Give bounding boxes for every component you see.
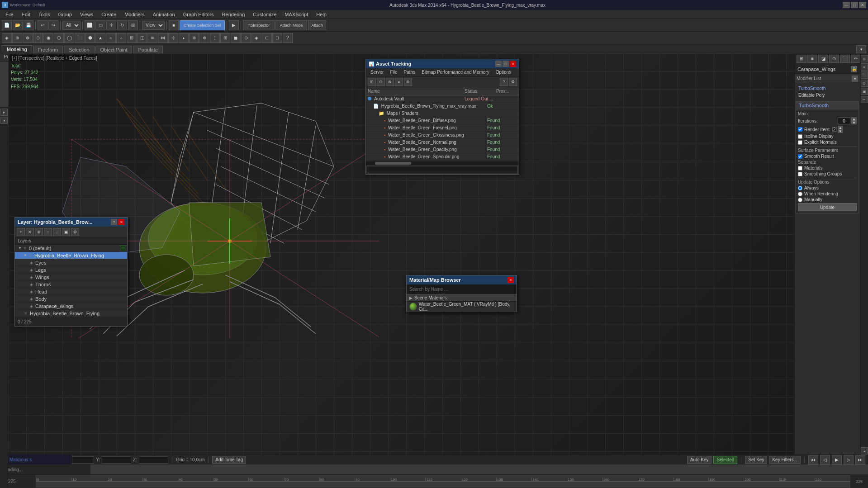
asset-row-vault[interactable]: Autodesk Vault Logged Out ... xyxy=(366,95,519,103)
tb2-btn-12[interactable]: ⬦ xyxy=(116,33,126,43)
tb2-btn-10[interactable]: ▲ xyxy=(95,33,105,43)
tb2-btn-17[interactable]: ⊹ xyxy=(168,33,178,43)
attach-button[interactable]: Attach xyxy=(308,20,326,30)
layer-row-legs[interactable]: ◈ Legs xyxy=(15,266,127,274)
menu-animation[interactable]: Animation xyxy=(149,11,179,18)
layer-tb-props[interactable]: ⚙ xyxy=(71,228,79,236)
selected-button[interactable]: Selected xyxy=(713,456,737,464)
ls-btn-2[interactable]: ◂ xyxy=(0,117,8,124)
asset-tb-help[interactable]: ? xyxy=(500,78,508,86)
tb2-btn-26[interactable]: ⊏ xyxy=(262,33,272,43)
layer-row-hygrobia-2[interactable]: ≡ Hygrobia_Beetle_Brown_Flying xyxy=(15,310,127,317)
layer-row-wings[interactable]: ◈ Wings xyxy=(15,274,127,281)
tb2-btn-20[interactable]: ⊕ xyxy=(199,33,209,43)
asset-tb-settings[interactable]: ⚙ xyxy=(509,78,517,86)
asset-row-diffuse[interactable]: ▪ Water_Beetle_Green_Diffuse.png Found xyxy=(366,117,519,124)
layer-tb-add[interactable]: ⊕ xyxy=(35,228,43,236)
ts-explicit-check[interactable] xyxy=(798,140,802,145)
layer-row-head[interactable]: ◈ Head xyxy=(15,288,127,295)
tb2-btn-8[interactable]: ⬛ xyxy=(75,33,85,43)
tb2-btn-21[interactable]: ⋮ xyxy=(210,33,220,43)
tb2-btn-9[interactable]: ⬢ xyxy=(85,33,95,43)
asset-scrollbar-thumb[interactable] xyxy=(375,162,411,165)
ts-iterations-input[interactable] xyxy=(838,117,850,124)
rp-icon-4[interactable]: ⊙ xyxy=(829,55,839,63)
asset-close-button[interactable]: ✕ xyxy=(510,61,516,67)
asset-tb-2[interactable]: ⊙ xyxy=(377,78,385,86)
new-button[interactable]: 📄 xyxy=(2,20,12,30)
close-button[interactable]: ✕ xyxy=(859,2,866,8)
menu-edit[interactable]: Edit xyxy=(18,11,34,18)
layer-row-eyes[interactable]: ◈ Eyes xyxy=(15,259,127,266)
asset-tb-3[interactable]: ⊗ xyxy=(386,78,394,86)
asset-menu-paths[interactable]: Paths xyxy=(401,69,418,75)
tab-options-button[interactable]: ▾ xyxy=(856,45,866,53)
menu-help[interactable]: Help xyxy=(313,11,330,18)
asset-row-opacity[interactable]: ▪ Water_Beetle_Green_Opacity.png Found xyxy=(366,146,519,153)
tb2-btn-7[interactable]: ◯ xyxy=(64,33,74,43)
menu-views[interactable]: Views xyxy=(76,11,97,18)
rp-icon-3[interactable]: ◪ xyxy=(818,55,828,63)
modifier-dropdown-button[interactable]: ▾ xyxy=(852,76,858,82)
playback-play-button[interactable]: ▶ xyxy=(832,455,842,465)
tb2-btn-24[interactable]: ⊙ xyxy=(241,33,251,43)
layer-row-body[interactable]: ◈ Body xyxy=(15,295,127,303)
viewport-type[interactable]: View xyxy=(142,21,165,30)
layer-tb-delete[interactable]: ✕ xyxy=(26,228,34,236)
tb2-btn-18[interactable]: ⬧ xyxy=(179,33,189,43)
material-browser-close-button[interactable]: ✕ xyxy=(508,277,514,283)
layer-tb-move-up[interactable]: ↑ xyxy=(44,228,52,236)
tab-modeling[interactable]: Modeling xyxy=(2,45,32,53)
tb2-btn-11[interactable]: ⟐ xyxy=(106,33,116,43)
material-search-input[interactable] xyxy=(407,284,517,294)
asset-row-specular[interactable]: ▪ Water_Beetle_Green_Specular.png Found xyxy=(366,153,519,161)
tsinspector-button[interactable]: TSInspector xyxy=(243,20,275,30)
menu-tools[interactable]: Tools xyxy=(35,11,54,18)
layer-tb-new[interactable]: + xyxy=(17,228,25,236)
move-button[interactable]: ✛ xyxy=(106,20,116,30)
rp-icon-6[interactable]: ✏ xyxy=(851,55,860,63)
asset-tb-5[interactable]: ⊕ xyxy=(404,78,412,86)
scale-button[interactable]: ⊞ xyxy=(128,20,138,30)
attach-mode-button[interactable]: Attach Mode xyxy=(275,20,307,30)
asset-row-normal[interactable]: ▪ Water_Beetle_Green_Normal.png Found xyxy=(366,139,519,146)
tb2-btn-13[interactable]: ⊞ xyxy=(127,33,137,43)
render-button[interactable]: ■ xyxy=(169,20,179,30)
ip-btn-3[interactable]: ⬛ xyxy=(861,71,868,79)
layer-row-default[interactable]: ▼ ≡ 0 (default) □ xyxy=(15,245,127,252)
tb2-btn-2[interactable]: ⊕ xyxy=(12,33,22,43)
asset-menu-bitmap-perf[interactable]: Bitmap Performance and Memory xyxy=(419,69,492,75)
tb2-btn-27[interactable]: ⊐ xyxy=(272,33,282,43)
ts-render-iters-check[interactable] xyxy=(798,127,802,132)
y-input[interactable] xyxy=(102,456,131,464)
rp-icon-1[interactable]: ⊞ xyxy=(797,55,806,63)
rp-lock-button[interactable]: 🔒 xyxy=(851,66,857,72)
auto-key-button[interactable]: Auto Key xyxy=(687,456,712,464)
asset-tb-4[interactable]: ≡ xyxy=(395,78,403,86)
ts-smooth-result-check[interactable] xyxy=(798,154,802,159)
playback-next-button[interactable]: ⏭ xyxy=(855,455,865,465)
ip-btn-4[interactable]: ⊙ xyxy=(861,80,868,87)
menu-file[interactable]: File xyxy=(2,11,17,18)
tb2-btn-19[interactable]: ⊗ xyxy=(189,33,199,43)
asset-row-max-file[interactable]: 📄 Hygrobia_Beetle_Brown_Flying_max_vray.… xyxy=(366,103,519,110)
menu-customize[interactable]: Customize xyxy=(249,11,280,18)
playback-next-frame[interactable]: ▷ xyxy=(844,455,854,465)
timeline-track[interactable]: 0 10 20 30 40 50 60 70 80 90 100 110 120… xyxy=(36,475,850,488)
asset-menu-file[interactable]: File xyxy=(387,69,400,75)
ts-smoothing-check[interactable] xyxy=(798,172,802,176)
tb2-btn-6[interactable]: ⬡ xyxy=(54,33,64,43)
menu-create[interactable]: Create xyxy=(98,11,120,18)
material-section-header[interactable]: ▶ Scene Materials xyxy=(407,294,517,302)
turbosmooth-header[interactable]: TurboSmooth xyxy=(796,102,859,109)
z-input[interactable] xyxy=(139,456,168,464)
ts-isoline-check[interactable] xyxy=(798,134,802,139)
tb2-btn-4[interactable]: ⊙ xyxy=(33,33,43,43)
playback-prev-frame[interactable]: ◁ xyxy=(820,455,830,465)
asset-menu-server[interactable]: Server xyxy=(368,69,386,75)
asset-tb-1[interactable]: ⊞ xyxy=(368,78,376,86)
play-button[interactable]: ▶ xyxy=(229,20,239,30)
tb2-btn-25[interactable]: ◈ xyxy=(251,33,261,43)
tab-selection[interactable]: Selection xyxy=(64,46,94,53)
asset-row-fresnel[interactable]: ▪ Water_Beetle_Green_Fresnel.png Found xyxy=(366,124,519,132)
